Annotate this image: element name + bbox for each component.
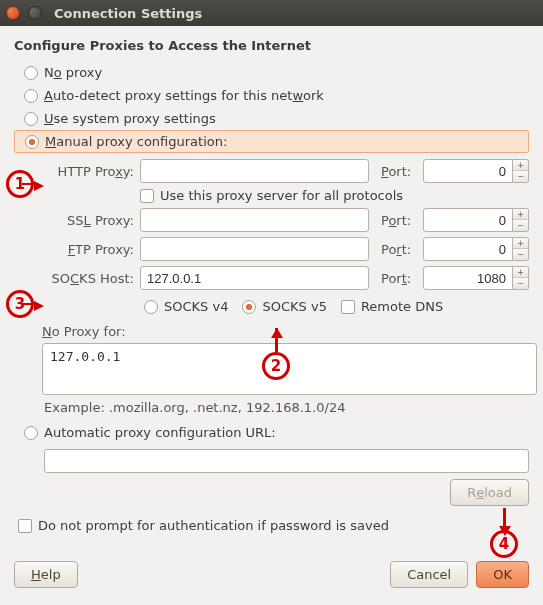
- titlebar: Connection Settings: [0, 0, 543, 26]
- ssl-port-label: Port:: [381, 213, 417, 228]
- radio-icon: [24, 112, 38, 126]
- radio-socks-v5[interactable]: SOCKS v5: [242, 299, 326, 314]
- http-proxy-input[interactable]: [140, 159, 369, 183]
- ssl-port-input[interactable]: [423, 208, 513, 232]
- help-button[interactable]: Help: [14, 561, 78, 588]
- http-port-label: Port:: [381, 164, 417, 179]
- ssl-proxy-label: SSL Proxy:: [44, 213, 134, 228]
- ftp-port-spinner[interactable]: +−: [513, 237, 529, 261]
- use-all-label: Use this proxy server for all protocols: [160, 188, 403, 203]
- ssl-port-spinner[interactable]: +−: [513, 208, 529, 232]
- radio-icon: [24, 426, 38, 440]
- http-port-input[interactable]: [423, 159, 513, 183]
- http-proxy-label: HTTP Proxy:: [44, 164, 134, 179]
- ftp-port-label: Port:: [381, 242, 417, 257]
- ssl-proxy-input[interactable]: [140, 208, 369, 232]
- radio-manual-proxy[interactable]: Manual proxy configuration:: [14, 130, 529, 153]
- radio-icon: [24, 66, 38, 80]
- use-all-checkbox[interactable]: [140, 189, 154, 203]
- close-icon[interactable]: [6, 6, 20, 20]
- socks-port-label: Port:: [381, 271, 417, 286]
- checkbox-remote-dns[interactable]: Remote DNS: [341, 299, 443, 314]
- ftp-proxy-input[interactable]: [140, 237, 369, 261]
- socks-port-input[interactable]: [423, 266, 513, 290]
- cancel-button[interactable]: Cancel: [390, 561, 468, 588]
- window-title: Connection Settings: [54, 6, 202, 21]
- reload-button[interactable]: Reload: [450, 479, 529, 506]
- http-port-spinner[interactable]: +−: [513, 159, 529, 183]
- auto-config-url-input[interactable]: [44, 449, 529, 473]
- ftp-proxy-label: FTP Proxy:: [44, 242, 134, 257]
- ok-button[interactable]: OK: [476, 561, 529, 588]
- socks-host-input[interactable]: [140, 266, 369, 290]
- radio-icon: [24, 89, 38, 103]
- dialog-content: Configure Proxies to Access the Internet…: [0, 26, 543, 598]
- radio-socks-v4[interactable]: SOCKS v4: [144, 299, 228, 314]
- socks-port-spinner[interactable]: +−: [513, 266, 529, 290]
- manual-proxy-fields: HTTP Proxy: Port: +− Use this proxy serv…: [44, 159, 529, 318]
- no-proxy-textarea[interactable]: [42, 343, 537, 395]
- radio-icon: [242, 300, 256, 314]
- radio-icon: [25, 135, 39, 149]
- page-heading: Configure Proxies to Access the Internet: [14, 38, 529, 53]
- minimize-icon[interactable]: [28, 6, 42, 20]
- radio-icon: [144, 300, 158, 314]
- no-proxy-example: Example: .mozilla.org, .net.nz, 192.168.…: [44, 400, 529, 415]
- checkbox-icon: [341, 300, 355, 314]
- no-prompt-checkbox[interactable]: [18, 519, 32, 533]
- ftp-port-input[interactable]: [423, 237, 513, 261]
- radio-auto-detect[interactable]: Auto-detect proxy settings for this netw…: [14, 84, 529, 107]
- no-proxy-for-label: No Proxy for:: [42, 324, 529, 339]
- no-prompt-label: Do not prompt for authentication if pass…: [38, 518, 389, 533]
- socks-host-label: SOCKS Host:: [44, 271, 134, 286]
- radio-auto-config-url[interactable]: Automatic proxy configuration URL:: [14, 421, 529, 444]
- radio-system-proxy[interactable]: Use system proxy settings: [14, 107, 529, 130]
- radio-no-proxy[interactable]: No proxy: [14, 61, 529, 84]
